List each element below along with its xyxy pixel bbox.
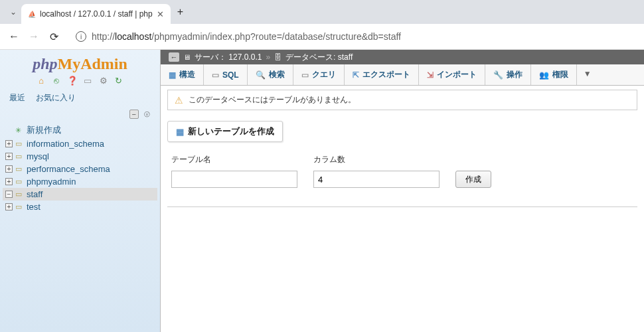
database-icon: ▭ [15,152,24,161]
tab-export[interactable]: ⇱エクスポート [345,64,419,85]
link-icon[interactable]: ⦾ [142,110,152,118]
new-tab-button[interactable]: + [177,6,183,18]
close-icon[interactable]: ✕ [157,9,164,19]
sidebar-tab-favorites[interactable]: お気に入り [32,90,80,106]
server-icon: 🖥 [183,53,191,61]
tree-db-mysql[interactable]: + ▭ mysql [3,150,157,163]
breadcrumb-server[interactable]: サーバ： 127.0.0.1 [195,52,262,63]
tree-item-label: performance_schema [27,164,110,174]
db-tree: ✳ 新規作成 + ▭ information_schema + ▭ mysql … [0,122,160,214]
tab-title: localhost / 127.0.0.1 / staff | php [40,9,153,19]
sidebar: phpMyAdmin ⌂ ⎋ ❓ ▭ ⚙ ↻ 最近 お気に入り − ⦾ ✳ 新規… [0,50,161,332]
app-body: phpMyAdmin ⌂ ⎋ ❓ ▭ ⚙ ↻ 最近 お気に入り − ⦾ ✳ 新規… [0,50,644,332]
search-icon: 🔍 [256,70,266,80]
tree-db-information-schema[interactable]: + ▭ information_schema [3,137,157,150]
tree-item-label: staff [27,189,42,199]
tree-item-label: mysql [27,151,49,161]
tab-search[interactable]: 🔍検索 [248,64,293,85]
url-text: http://localhost/phpmyadmin/index.php?ro… [92,31,401,42]
back-button[interactable]: ← [8,31,20,42]
database-icon: ▭ [15,190,24,199]
database-icon: ▭ [15,165,24,173]
sql-icon[interactable]: ▭ [82,76,93,86]
address-bar: ← → ⟳ i http://localhost/phpmyadmin/inde… [0,24,644,49]
expand-icon[interactable]: + [5,140,13,147]
message-text: このデータベースにはテーブルがありません。 [189,94,356,106]
browser-tab[interactable]: ⛵ localhost / 127.0.0.1 / staff | php ✕ [21,4,171,24]
table-name-input[interactable] [171,171,297,188]
expand-icon[interactable]: + [5,165,13,173]
tab-list-dropdown[interactable]: ⌄ [5,7,21,17]
tab-import[interactable]: ⇲インポート [419,64,485,85]
tree-db-staff[interactable]: − ▭ staff [3,188,157,201]
tree-new[interactable]: ✳ 新規作成 [3,123,157,137]
logo-part-admin: Admin [80,55,127,72]
field-columns: カラム数 [313,154,440,188]
new-db-icon: ✳ [15,126,24,135]
top-nav: ▦構造 ▭SQL 🔍検索 ▭クエリ ⇱エクスポート ⇲インポート 🔧操作 👥権限… [161,64,644,86]
tab-more[interactable]: ▼ [577,64,598,85]
tab-query[interactable]: ▭クエリ [293,64,345,85]
sidebar-tab-recent[interactable]: 最近 [5,90,29,106]
database-icon: ▭ [15,177,24,186]
columns-input[interactable] [313,171,440,188]
main-pane: ← 🖥 サーバ： 127.0.0.1 » 🗄 データベース: staff ▦構造… [161,50,644,332]
collapse-icon[interactable]: − [5,191,13,198]
logout-icon[interactable]: ⎋ [51,76,62,86]
reload-sidebar-icon[interactable]: ↻ [114,76,124,86]
create-button[interactable]: 作成 [455,171,491,188]
logo-part-my: My [58,55,81,72]
table-name-label: テーブル名 [171,154,297,165]
database-icon: 🗄 [274,53,282,61]
browser-chrome: ⌄ ⛵ localhost / 127.0.0.1 / staff | php … [0,0,644,50]
url-field[interactable]: i http://localhost/phpmyadmin/index.php?… [68,27,636,46]
expand-icon[interactable]: + [5,178,13,185]
forward-button[interactable]: → [28,31,40,42]
tab-privileges[interactable]: 👥権限 [531,64,577,85]
collapse-all-icon[interactable]: − [129,110,139,119]
favicon-icon: ⛵ [28,11,36,18]
tree-item-label: information_schema [27,139,104,149]
tree-db-performance-schema[interactable]: + ▭ performance_schema [3,163,157,175]
tab-operations[interactable]: 🔧操作 [485,64,531,85]
breadcrumb-database[interactable]: データベース: staff [285,52,353,63]
tree-db-phpmyadmin[interactable]: + ▭ phpmyadmin [3,175,157,188]
export-icon: ⇱ [353,70,359,80]
url-path: /phpmyadmin/index.php?route=/database/st… [151,31,401,42]
docs-icon[interactable]: ❓ [67,76,78,86]
settings-icon[interactable]: ⚙ [98,76,109,86]
url-host: localhost [115,31,151,42]
tree-new-label: 新規作成 [27,124,61,136]
breadcrumb: ← 🖥 サーバ： 127.0.0.1 » 🗄 データベース: staff [161,50,644,64]
create-table-panel: ▦ 新しいテーブルを作成 テーブル名 カラム数 作成 [167,121,637,191]
panel-title: ▦ 新しいテーブルを作成 [167,121,283,142]
no-tables-message: ⚠ このデータベースにはテーブルがありません。 [167,90,637,110]
home-icon[interactable]: ⌂ [36,76,46,86]
create-table-form: テーブル名 カラム数 作成 [167,142,637,191]
logo-part-php: php [33,55,57,72]
expand-icon[interactable]: + [5,203,13,210]
tree-item-label: phpmyadmin [27,177,76,187]
tree-db-test[interactable]: + ▭ test [3,201,157,213]
structure-icon: ▦ [169,70,176,80]
breadcrumb-separator: » [266,52,270,62]
database-icon: ▭ [15,203,24,211]
sql-icon: ▭ [212,70,219,80]
tab-structure[interactable]: ▦構造 [161,64,204,85]
url-scheme: http:// [92,31,115,42]
tab-sql[interactable]: ▭SQL [204,64,248,85]
sidebar-tabs: 最近 お気に入り [0,90,160,110]
reload-button[interactable]: ⟳ [48,31,60,43]
warning-icon: ⚠ [175,95,183,106]
privileges-icon: 👥 [539,70,549,80]
columns-label: カラム数 [313,154,440,165]
breadcrumb-toggle-icon[interactable]: ← [169,52,179,62]
sidebar-toolbar: ⌂ ⎋ ❓ ▭ ⚙ ↻ [0,76,160,90]
phpmyadmin-logo[interactable]: phpMyAdmin [0,50,160,76]
divider [167,207,637,207]
panel-title-text: 新しいテーブルを作成 [188,125,274,137]
import-icon: ⇲ [427,70,434,80]
expand-icon[interactable]: + [5,153,13,160]
query-icon: ▭ [301,70,309,80]
site-info-icon[interactable]: i [76,31,86,42]
